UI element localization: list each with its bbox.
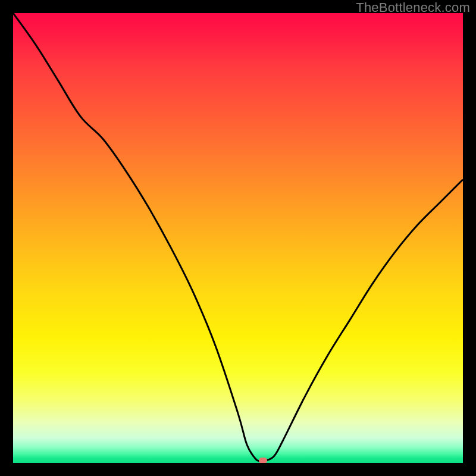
- chart-frame: TheBottleneck.com: [0, 0, 476, 476]
- bottleneck-curve: [13, 13, 463, 463]
- minimum-marker: [259, 458, 267, 463]
- watermark-text: TheBottleneck.com: [356, 0, 470, 15]
- plot-area: [13, 13, 463, 463]
- curve-path: [13, 13, 463, 461]
